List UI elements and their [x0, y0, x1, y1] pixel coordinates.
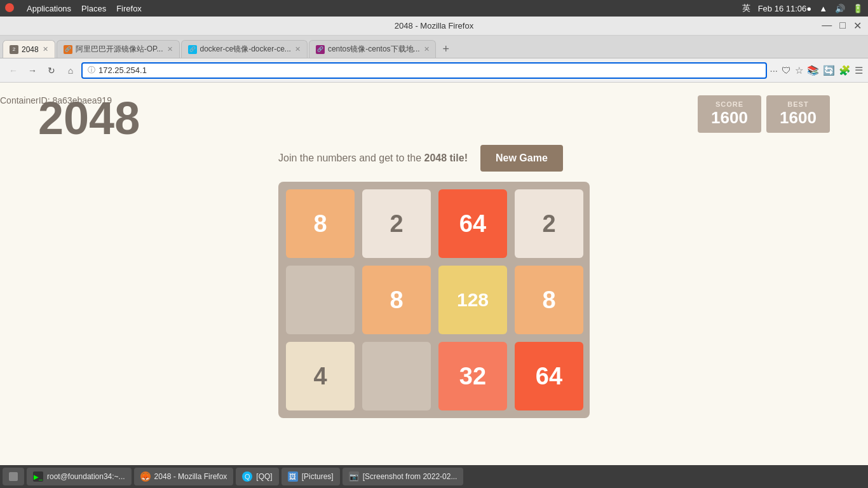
score-box: SCORE 1600	[698, 95, 761, 133]
firefox-icon: 🦊	[140, 471, 151, 482]
subtitle-row: Join the numbers and get to the 2048 til…	[278, 145, 590, 172]
win-close-btn[interactable]: ✕	[853, 20, 862, 32]
win-minimize-btn[interactable]: —	[822, 20, 832, 32]
taskbar-qq-label: [QQ]	[256, 472, 272, 481]
addr-sync-icon: 🔄	[823, 65, 835, 76]
addr-bookmark-icon[interactable]: ☆	[795, 65, 803, 76]
tab-2048-label: 2048	[22, 45, 39, 54]
tab-2048[interactable]: 2 2048 ✕	[3, 40, 55, 58]
subtitle-pre: Join the numbers and get to the	[278, 152, 421, 163]
terminal-icon: ▶_	[33, 471, 43, 482]
os-firefox-menu[interactable]: Firefox	[116, 4, 142, 13]
os-wifi-icon: ▲	[819, 4, 827, 13]
best-value: 1600	[779, 108, 817, 128]
pictures-icon: 🖼	[288, 471, 298, 482]
tab-alibaba-label: 阿里巴巴开源镜像站-OP...	[76, 44, 163, 55]
tab-centos-label: centos镜像-centos下载地...	[328, 44, 420, 55]
cell-1-3: 8	[515, 266, 583, 334]
cell-0-0: 8	[286, 189, 355, 258]
address-info-icon: ⓘ	[88, 65, 95, 76]
os-logo-icon	[5, 3, 14, 12]
tab-centos[interactable]: 🔗 centos镜像-centos下载地... ✕	[309, 40, 436, 58]
win-maximize-btn[interactable]: □	[839, 20, 846, 32]
subtitle-highlight: 2048 tile!	[424, 152, 468, 163]
new-tab-button[interactable]: +	[437, 40, 455, 58]
os-applications-menu[interactable]: Applications	[27, 4, 71, 13]
os-lang-indicator: 英	[742, 3, 750, 14]
screenshot-icon: 📷	[349, 471, 359, 482]
tab-alibaba[interactable]: 🔗 阿里巴巴开源镜像站-OP... ✕	[57, 40, 180, 58]
qq-icon: Q	[242, 471, 252, 482]
tab-centos-close[interactable]: ✕	[424, 45, 430, 53]
nav-refresh-btn[interactable]: ↻	[43, 62, 60, 79]
cell-2-0: 4	[286, 342, 355, 410]
tab-docker[interactable]: 🔗 docker-ce镜像-docker-ce... ✕	[181, 40, 308, 58]
cell-1-1: 8	[362, 266, 431, 334]
game-grid[interactable]: 8 2 64 2 8 128 8 4 32 64	[278, 182, 590, 418]
nav-back-btn[interactable]: ←	[5, 62, 22, 79]
best-label: BEST	[779, 100, 817, 108]
taskbar: ▶_ root@foundation34:~... 🦊 2048 - Mozil…	[0, 465, 868, 488]
tab-alibaba-icon: 🔗	[64, 45, 72, 54]
best-box: BEST 1600	[766, 95, 830, 133]
page-content: ContainerID: 8a63ebaea919 2048 SCORE 160…	[0, 83, 868, 465]
cell-1-2: 128	[438, 266, 507, 334]
os-topbar: Applications Places Firefox 英 Feb 16 11:…	[0, 0, 868, 17]
taskbar-terminal-btn[interactable]: ▶_ root@foundation34:~...	[27, 468, 132, 485]
tab-alibaba-close[interactable]: ✕	[167, 45, 173, 53]
tab-docker-close[interactable]: ✕	[295, 45, 301, 53]
addr-bookmarks-btn[interactable]: 📚	[807, 65, 819, 76]
os-speaker-icon: 🔊	[835, 4, 845, 13]
cell-2-3: 64	[515, 342, 583, 410]
address-box[interactable]: ⓘ 172.25.254.1	[81, 62, 767, 79]
cell-0-2: 64	[438, 189, 507, 258]
tab-2048-icon: 2	[10, 45, 18, 54]
cell-1-0	[286, 266, 355, 334]
os-topbar-right: 英 Feb 16 11:06● ▲ 🔊 🔋	[742, 3, 863, 14]
addr-menu-btn[interactable]: ☰	[855, 65, 863, 76]
new-game-button[interactable]: New Game	[480, 145, 563, 172]
game-subtitle: Join the numbers and get to the 2048 til…	[278, 152, 468, 164]
browser-titlebar: 2048 - Mozilla Firefox — □ ✕	[0, 17, 868, 36]
address-text: 172.25.254.1	[98, 65, 147, 75]
cell-2-1	[362, 342, 431, 410]
taskbar-qq-btn[interactable]: Q [QQ]	[236, 468, 278, 485]
address-right-controls: ··· 🛡 ☆ 📚 🔄 🧩 ☰	[770, 65, 863, 76]
browser-win-controls: — □ ✕	[822, 20, 862, 32]
tab-2048-close[interactable]: ✕	[43, 45, 48, 53]
tab-docker-icon: 🔗	[188, 45, 197, 54]
game-top-row: 2048 SCORE 1600 BEST 1600	[38, 95, 830, 141]
game-area: 2048 SCORE 1600 BEST 1600 Join the numbe…	[38, 95, 830, 418]
taskbar-screenshot-btn[interactable]: 📷 [Screenshot from 2022-02...	[342, 468, 464, 485]
browser-tabs: 2 2048 ✕ 🔗 阿里巴巴开源镜像站-OP... ✕ 🔗 docker-ce…	[0, 36, 868, 58]
taskbar-pictures-label: [Pictures]	[302, 472, 334, 481]
os-datetime: Feb 16 11:06●	[758, 4, 811, 13]
container-id-label: ContainerID: 8a63ebaea919	[0, 95, 112, 105]
addr-more-btn[interactable]: ···	[770, 65, 778, 76]
addr-extensions-icon: 🧩	[839, 65, 851, 76]
taskbar-firefox-btn[interactable]: 🦊 2048 - Mozilla Firefox	[134, 468, 234, 485]
taskbar-screenshot-label: [Screenshot from 2022-02...	[363, 472, 458, 481]
cell-2-2: 32	[438, 342, 507, 410]
os-topbar-left: Applications Places Firefox	[5, 3, 142, 14]
nav-home-btn[interactable]: ⌂	[62, 62, 79, 79]
os-app-indicator	[5, 3, 17, 14]
os-places-menu[interactable]: Places	[81, 4, 106, 13]
browser-title: 2048 - Mozilla Firefox	[395, 21, 473, 30]
score-boxes: SCORE 1600 BEST 1600	[698, 95, 830, 133]
tab-docker-label: docker-ce镜像-docker-ce...	[200, 44, 291, 55]
tab-centos-icon: 🔗	[316, 45, 325, 54]
taskbar-pictures-btn[interactable]: 🖼 [Pictures]	[281, 468, 340, 485]
browser-addressbar: ← → ↻ ⌂ ⓘ 172.25.254.1 ··· 🛡 ☆ 📚 🔄 🧩 ☰	[0, 58, 868, 83]
taskbar-terminal-label: root@foundation34:~...	[47, 472, 125, 481]
cell-0-1: 2	[362, 189, 431, 258]
browser-window: 2048 - Mozilla Firefox — □ ✕ 2 2048 ✕ 🔗 …	[0, 17, 868, 83]
nav-forward-btn[interactable]: →	[24, 62, 41, 79]
cell-0-3: 2	[515, 189, 583, 258]
desktop-icon	[9, 472, 18, 481]
taskbar-firefox-label: 2048 - Mozilla Firefox	[154, 472, 227, 481]
os-battery-icon: 🔋	[853, 4, 863, 13]
score-label: SCORE	[710, 100, 749, 108]
addr-shield-icon: 🛡	[782, 65, 791, 76]
taskbar-desktop-btn[interactable]	[3, 468, 24, 485]
